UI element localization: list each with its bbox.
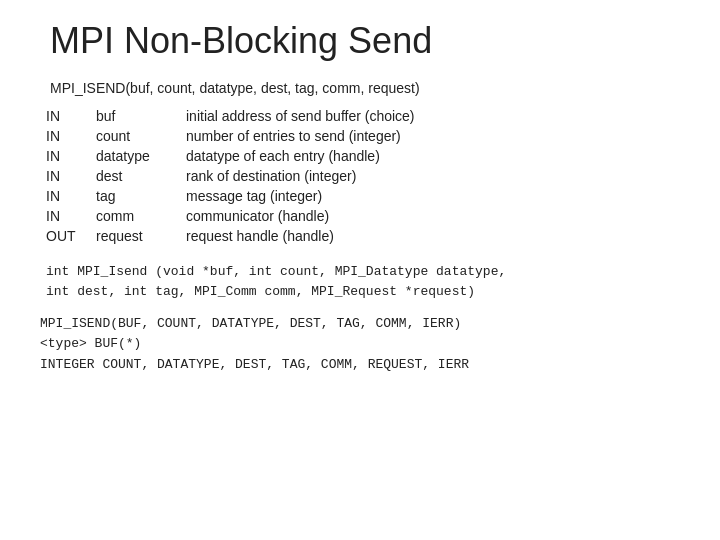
table-row: IN comm communicator (handle)	[40, 206, 680, 226]
table-row: IN count number of entries to send (inte…	[40, 126, 680, 146]
page-title: MPI Non-Blocking Send	[50, 20, 680, 62]
c-prototype: int MPI_Isend (void *buf, int count, MPI…	[46, 262, 680, 302]
param-desc: request handle (handle)	[180, 226, 680, 246]
param-dir: OUT	[40, 226, 90, 246]
param-desc: rank of destination (integer)	[180, 166, 680, 186]
param-dir: IN	[40, 166, 90, 186]
fortran-block: MPI_ISEND(BUF, COUNT, DATATYPE, DEST, TA…	[40, 314, 680, 374]
table-row: IN buf initial address of send buffer (c…	[40, 106, 680, 126]
params-table: IN buf initial address of send buffer (c…	[40, 106, 680, 246]
param-name: buf	[90, 106, 180, 126]
param-dir: IN	[40, 146, 90, 166]
param-name: count	[90, 126, 180, 146]
param-dir: IN	[40, 206, 90, 226]
table-row: IN tag message tag (integer)	[40, 186, 680, 206]
page: MPI Non-Blocking Send MPI_ISEND(buf, cou…	[0, 0, 720, 540]
c-line1: int MPI_Isend (void *buf, int count, MPI…	[46, 262, 680, 282]
param-dir: IN	[40, 126, 90, 146]
function-signature: MPI_ISEND(buf, count, datatype, dest, ta…	[50, 80, 680, 96]
c-line2: int dest, int tag, MPI_Comm comm, MPI_Re…	[46, 282, 680, 302]
fortran-line2: <type> BUF(*)	[40, 334, 680, 354]
table-row: IN datatype datatype of each entry (hand…	[40, 146, 680, 166]
param-dir: IN	[40, 106, 90, 126]
param-name: dest	[90, 166, 180, 186]
param-desc: datatype of each entry (handle)	[180, 146, 680, 166]
param-name: tag	[90, 186, 180, 206]
param-desc: communicator (handle)	[180, 206, 680, 226]
fortran-line1: MPI_ISEND(BUF, COUNT, DATATYPE, DEST, TA…	[40, 314, 680, 334]
param-name: comm	[90, 206, 180, 226]
param-desc: message tag (integer)	[180, 186, 680, 206]
fortran-line3: INTEGER COUNT, DATATYPE, DEST, TAG, COMM…	[40, 355, 680, 375]
table-row: IN dest rank of destination (integer)	[40, 166, 680, 186]
param-desc: number of entries to send (integer)	[180, 126, 680, 146]
param-name: datatype	[90, 146, 180, 166]
param-desc: initial address of send buffer (choice)	[180, 106, 680, 126]
table-row: OUT request request handle (handle)	[40, 226, 680, 246]
param-name: request	[90, 226, 180, 246]
param-dir: IN	[40, 186, 90, 206]
